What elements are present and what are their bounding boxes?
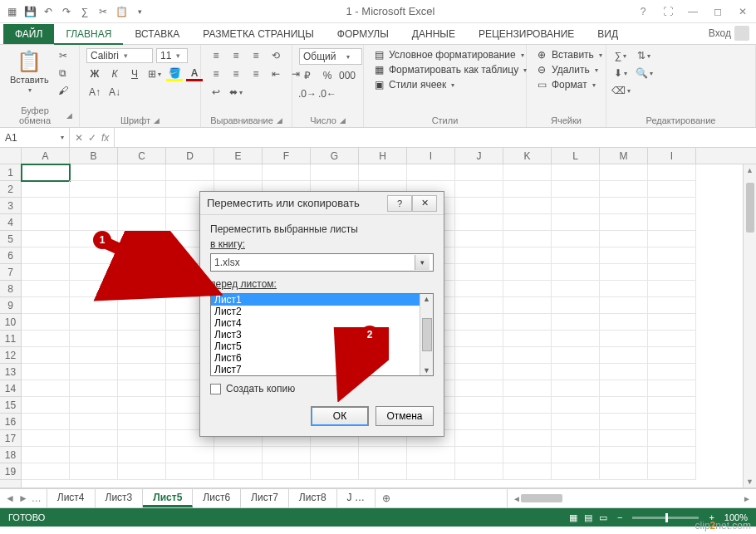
tab-view[interactable]: ВИД	[586, 24, 630, 44]
cell[interactable]	[648, 364, 696, 380]
cell[interactable]	[648, 463, 696, 480]
cell[interactable]	[407, 164, 455, 181]
add-sheet-button[interactable]: ⊕	[376, 489, 397, 507]
sheet-tab-active[interactable]: Лист5	[143, 489, 193, 507]
row-header[interactable]: 7	[0, 264, 21, 281]
align-right-icon[interactable]: ≡	[248, 66, 264, 81]
orientation-icon[interactable]: ⟲	[268, 48, 284, 63]
cell[interactable]	[70, 181, 118, 198]
bold-button[interactable]: Ж	[86, 66, 103, 81]
sheet-prev-icon[interactable]: ◄	[5, 492, 15, 504]
cell[interactable]	[455, 380, 503, 397]
sheet-list-item[interactable]: Лист7	[211, 364, 420, 375]
cell[interactable]	[118, 214, 166, 231]
cell[interactable]	[600, 281, 648, 297]
cell[interactable]	[552, 314, 600, 331]
cell[interactable]	[118, 463, 166, 480]
cell[interactable]	[22, 430, 70, 447]
launcher-icon[interactable]: ◢	[154, 116, 160, 125]
cell[interactable]	[552, 297, 600, 314]
font-name-selector[interactable]: Calibri▾	[86, 48, 153, 63]
cell[interactable]	[455, 447, 503, 463]
undo-icon[interactable]: ↶	[42, 5, 55, 18]
cell[interactable]	[552, 364, 600, 380]
merge-icon[interactable]: ⬌▾	[228, 85, 244, 100]
cell[interactable]	[455, 314, 503, 331]
cell[interactable]	[70, 264, 118, 281]
increase-decimal-icon[interactable]: .0→	[299, 86, 316, 101]
tab-page-layout[interactable]: РАЗМЕТКА СТРАНИЦЫ	[191, 24, 326, 44]
cell[interactable]	[166, 463, 214, 480]
cell[interactable]	[648, 397, 696, 414]
cell[interactable]	[648, 281, 696, 297]
sheet-tab[interactable]: J …	[337, 489, 376, 507]
cell[interactable]	[600, 447, 648, 463]
border-button[interactable]: ⊞▾	[146, 66, 163, 81]
help-icon[interactable]: ?	[635, 6, 651, 17]
cell[interactable]	[648, 430, 696, 447]
dialog-title-bar[interactable]: Переместить или скопировать ? ✕	[200, 192, 444, 215]
cell[interactable]	[552, 447, 600, 463]
view-pagebreak-icon[interactable]: ▭	[599, 512, 607, 523]
row-header[interactable]: 14	[0, 380, 21, 397]
close-icon[interactable]: ✕	[734, 6, 751, 17]
paste-button[interactable]: 📋 Вставить ▾	[7, 48, 52, 96]
cell[interactable]	[455, 364, 503, 380]
column-header[interactable]: I	[407, 148, 455, 164]
launcher-icon[interactable]: ◢	[340, 116, 346, 125]
column-header[interactable]: G	[311, 148, 359, 164]
format-as-table-button[interactable]: ▦Форматировать как таблицу▾	[371, 63, 528, 76]
column-header[interactable]: I	[648, 148, 696, 164]
sort-filter-icon[interactable]: ⇅▾	[636, 48, 651, 63]
cell[interactable]	[503, 331, 552, 347]
sheet-tab[interactable]: Лист4	[47, 489, 96, 507]
cell[interactable]	[118, 414, 166, 430]
cell[interactable]	[118, 297, 166, 314]
launcher-icon[interactable]: ◢	[277, 116, 282, 125]
cell[interactable]	[648, 414, 696, 430]
cell[interactable]	[359, 447, 407, 463]
cell[interactable]	[70, 364, 118, 380]
cell[interactable]	[552, 331, 600, 347]
copy-icon[interactable]: ⧉	[56, 66, 71, 81]
cell[interactable]	[552, 414, 600, 430]
row-header[interactable]: 4	[0, 214, 21, 231]
cell[interactable]	[648, 181, 696, 198]
font-size-selector[interactable]: 11▾	[156, 48, 188, 63]
underline-button[interactable]: Ч	[126, 66, 143, 81]
align-left-icon[interactable]: ≡	[208, 66, 224, 81]
minimize-icon[interactable]: —	[685, 6, 701, 17]
cell[interactable]	[455, 164, 503, 181]
cancel-formula-icon[interactable]: ✕	[75, 132, 83, 144]
cell[interactable]	[70, 331, 118, 347]
cell[interactable]	[552, 198, 600, 214]
cell[interactable]	[600, 463, 648, 480]
cell[interactable]	[600, 414, 648, 430]
column-header[interactable]: E	[214, 148, 263, 164]
sheet-list[interactable]: Лист1Лист2Лист4Лист3Лист5Лист6Лист7Лист8…	[210, 293, 434, 376]
cut-icon[interactable]: ✂	[56, 48, 71, 63]
enter-formula-icon[interactable]: ✓	[88, 132, 96, 144]
row-header[interactable]: 2	[0, 181, 21, 198]
cell[interactable]	[503, 414, 552, 430]
cell[interactable]	[503, 314, 552, 331]
cell[interactable]	[263, 164, 311, 181]
cell[interactable]	[22, 181, 70, 198]
cell[interactable]	[311, 463, 359, 480]
align-center-icon[interactable]: ≡	[228, 66, 244, 81]
cell[interactable]	[600, 430, 648, 447]
cell[interactable]	[118, 281, 166, 297]
cell[interactable]	[118, 314, 166, 331]
horizontal-scrollbar[interactable]: ◄ ►	[507, 489, 756, 507]
format-painter-icon[interactable]: 🖌	[56, 83, 71, 98]
paste-small-icon[interactable]: 📋	[115, 5, 128, 18]
cell[interactable]	[263, 447, 311, 463]
cell[interactable]	[455, 414, 503, 430]
cell[interactable]	[22, 247, 70, 264]
cell[interactable]	[552, 463, 600, 480]
cell[interactable]	[503, 430, 552, 447]
sheet-list-item[interactable]: Лист5	[211, 340, 420, 352]
sheet-more-icon[interactable]: …	[32, 492, 42, 504]
cell[interactable]	[503, 397, 552, 414]
cell[interactable]	[503, 181, 552, 198]
